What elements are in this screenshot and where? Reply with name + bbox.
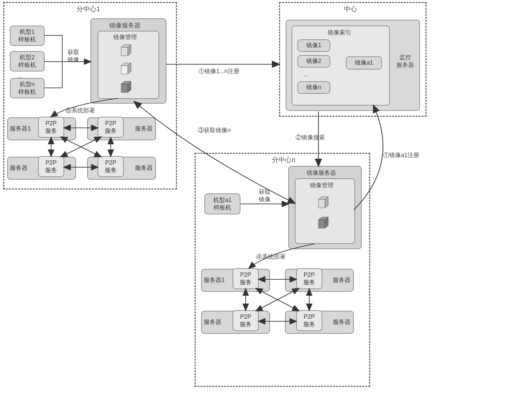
svg-rect-2 xyxy=(121,47,128,56)
svg-rect-8 xyxy=(121,84,128,92)
get-image-label-1: 获取 镜像 xyxy=(67,49,79,64)
svg-rect-5 xyxy=(121,66,128,74)
p2p-box: P2P 服务 xyxy=(98,117,124,138)
register-a1-label: ①镜像a1注册 xyxy=(383,151,419,159)
get-image-label-n: 获取 镜像 xyxy=(259,188,271,204)
p2p-box: P2P 服务 xyxy=(98,156,124,177)
subcenterN-title: 分中心n xyxy=(264,155,303,164)
server-label: 服务器1 xyxy=(10,125,31,132)
template-line2: 样板机 xyxy=(18,61,36,69)
mirror-mgmt-n-title: 镜像管理 xyxy=(310,182,333,189)
server-label: 服务器 xyxy=(135,125,153,132)
server-label: 服务器 xyxy=(204,318,221,326)
mirror-index-title: 镜像索引 xyxy=(328,29,351,36)
mirror-mgmt-1-title: 镜像管理 xyxy=(113,33,137,41)
search-label: ②镜像搜索 xyxy=(295,134,325,141)
monitor-server-label: 监控 服务器 xyxy=(396,54,414,69)
server-label: 服务器 xyxy=(135,164,153,172)
template-box-1: 机型1 样板机 xyxy=(10,26,45,46)
deploy-label-n: ④系统部署 xyxy=(256,253,286,261)
p2p-box: P2P 服务 xyxy=(296,310,322,331)
cube-icon xyxy=(315,195,332,210)
template-line1: 机型n xyxy=(20,81,35,88)
mirror-item-a1: 镜像a1 xyxy=(346,56,382,70)
cube-icon xyxy=(118,80,134,94)
svg-rect-14 xyxy=(318,220,325,228)
template-line2: 样板机 xyxy=(18,36,36,43)
template-box-a1: 机型a1 样板机 xyxy=(204,193,240,214)
subcenter1-title: 分中心1 xyxy=(69,5,108,13)
template-box-n: 机型n 样板机 xyxy=(10,78,45,98)
cube-icon xyxy=(118,62,134,76)
server-label: 服务器 xyxy=(333,276,351,284)
mirror-server-1-title: 镜像服务器 xyxy=(109,22,141,30)
deploy-label-1: ⑤系统部署 xyxy=(66,107,95,114)
p2p-box: P2P 服务 xyxy=(233,310,259,331)
svg-rect-11 xyxy=(318,199,325,208)
template-box-2: 机型2 样板机 xyxy=(10,51,45,71)
p2p-box: P2P 服务 xyxy=(38,117,64,138)
p2p-box: P2P 服务 xyxy=(296,268,322,289)
center-title: 中心 xyxy=(334,5,367,13)
p2p-box: P2P 服务 xyxy=(38,156,64,177)
mirror-server-n-title: 镜像服务器 xyxy=(307,169,336,177)
get-n-label: ③获取镜像n xyxy=(198,127,231,134)
template-line1: 机型1 xyxy=(20,28,35,36)
cube-icon xyxy=(118,43,134,58)
p2p-box: P2P 服务 xyxy=(233,268,259,289)
mirror-item: 镜像1 xyxy=(297,39,330,52)
mirror-item: 镜像n xyxy=(297,81,330,94)
template-line2: 样板机 xyxy=(18,88,36,96)
server-label: 服务器1 xyxy=(204,276,225,284)
mirror-ellipsis: ... xyxy=(303,71,308,78)
template-line1: 机型2 xyxy=(20,54,35,61)
server-label: 服务器 xyxy=(10,164,28,172)
template-line2: 样板机 xyxy=(214,204,231,211)
register-1n-label: ①镜像1...n注册 xyxy=(199,68,239,75)
cube-icon xyxy=(315,216,332,230)
template-line1: 机型a1 xyxy=(213,196,232,204)
server-label: 服务器 xyxy=(333,318,351,326)
mirror-item: 镜像2 xyxy=(297,55,330,68)
